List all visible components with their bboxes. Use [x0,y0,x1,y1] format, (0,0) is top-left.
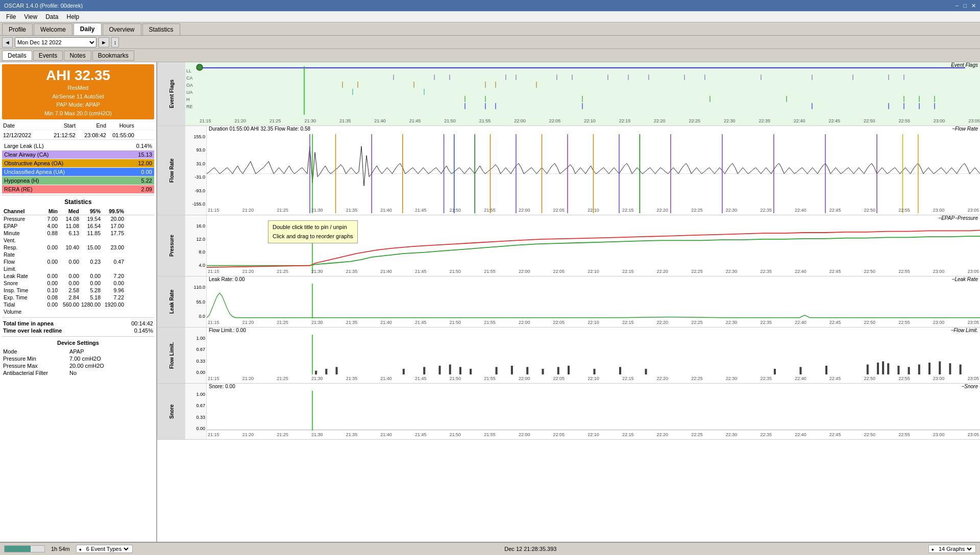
flag-labels: LL CA OA UA H RE [186,67,193,110]
svg-rect-94 [887,363,889,374]
svg-rect-93 [882,361,884,374]
nav-back-button[interactable]: ◄ [2,37,13,47]
flow-rate-ylabel: Flow Rate [157,126,185,215]
event-types-icon: ⬥ [79,546,82,552]
ch-vent: Vent. [2,237,154,244]
hypopnea-value: 5.22 [141,178,152,184]
svg-rect-85 [594,369,596,374]
device-settings: Device Settings ModeAPAP Pressure Min7.0… [2,340,154,376]
menu-view[interactable]: View [20,12,41,21]
menu-file[interactable]: File [2,12,20,21]
ch-volume: Volume [2,308,154,315]
nav-jump-button[interactable]: ↕ [111,37,119,47]
tab-bar: Profile Welcome Daily Overview Statistic… [0,22,980,36]
snore-ylabel: Snore [157,384,185,439]
rera-label: RERA (RE) [4,186,33,192]
leak-rate-title-right: −Leak Rate [952,276,978,282]
progress-bar-fill [5,546,31,552]
tab-overview[interactable]: Overview [103,23,141,35]
start-value: 21:12:52 [39,132,76,138]
progress-bar-container [4,545,45,552]
date-value: 12/12/2022 [3,132,39,138]
svg-rect-92 [877,363,879,374]
ch-minute: Minute0.886.1311.8517.75 [2,230,154,237]
tab-daily[interactable]: Daily [74,23,102,35]
large-leak-row: Large Leak (LL) 0.14% [2,142,154,150]
flow-rate-plot[interactable]: Duration 01:55:00 AHI 32.35 Flow Rate: 0… [207,126,980,215]
pressure-yaxis: 16.012.08.04.0 [185,215,207,276]
svg-rect-78 [470,369,472,374]
date-select[interactable]: Mon Dec 12 2022 [15,37,96,47]
flow-limit-title-right: −Flow Limit. [950,327,978,333]
menu-help[interactable]: Help [63,12,84,21]
ch-rate: Rate [2,251,154,258]
ca-value: 15.13 [138,152,152,158]
pressure-title-right: −EPAP−Pressure [938,215,978,221]
svg-rect-76 [449,365,451,375]
svg-rect-86 [619,367,621,374]
ch-pressure: Pressure7.0014.0819.5420.00 [2,215,154,222]
subtab-bookmarks[interactable]: Bookmarks [92,51,134,61]
pressure-plot[interactable]: −EPAP−Pressure Double click title to pin… [207,215,980,276]
event-types-select-container[interactable]: ⬥ 6 Event Types [76,545,133,553]
subtab-events[interactable]: Events [33,51,63,61]
pin-icon[interactable] [195,63,204,71]
ua-row: Unclassified Apnea (UA) 0.00 [2,168,154,176]
svg-rect-84 [568,366,570,374]
subtab-notes[interactable]: Notes [64,51,91,61]
ca-label: Clear Airway (CA) [4,152,48,158]
hypopnea-row: Hypopnea (H) 5.22 [2,176,154,185]
maximize-button[interactable]: □ [963,3,967,9]
tab-welcome[interactable]: Welcome [34,23,72,35]
ds-pressure-min: Pressure Min7.00 cmH2O [2,355,154,362]
device-name: AirSense 11 AutoSet [4,92,152,101]
ua-value: 0.00 [141,169,152,175]
nav-forward-button[interactable]: ► [99,37,109,47]
snore-title-right: −Snore [961,384,978,389]
svg-rect-70 [315,371,317,374]
window-controls: − □ ✕ [955,3,976,9]
graphs-select-container[interactable]: ⬥ 14 Graphs [928,545,976,553]
oa-label: Obstructive Apnea (OA) [4,160,63,166]
svg-rect-96 [908,367,910,374]
subtab-bar: Details Events Notes Bookmarks [0,49,980,62]
svg-rect-75 [439,366,441,374]
ch-insp: Insp. Time0.102.585.289.96 [2,287,154,294]
graphs-select[interactable]: 14 Graphs [937,545,973,552]
rera-row: RERA (RE) 2.09 [2,185,154,193]
ds-mode: ModeAPAP [2,348,154,355]
svg-rect-98 [928,363,930,374]
ch-flow-limit: Limit. [2,265,154,272]
snore-time-axis: 21:1521:2021:2521:3021:3521:4021:4521:50… [207,431,980,439]
svg-rect-80 [511,366,513,374]
ahi-box: AHI 32.35 ResMed AirSense 11 AutoSet PAP… [2,64,154,119]
menu-data[interactable]: Data [41,12,62,21]
event-types-select[interactable]: 6 Event Types [84,545,130,552]
subtab-details[interactable]: Details [2,51,32,61]
svg-rect-82 [542,369,544,374]
svg-rect-81 [526,367,528,374]
device-settings-title: Device Settings [2,340,154,346]
flow-limit-svg [207,335,980,374]
right-panel[interactable]: Event Flags Event Flags LL CA OA UA H RE [157,62,980,555]
minimize-button[interactable]: − [955,3,959,9]
svg-rect-73 [403,369,405,374]
time-over-leak-item: Time over leak redline 0.145% [2,327,154,334]
hours-header: Hours [106,122,134,129]
snore-title-left: Snore: 0.00 [209,384,235,389]
svg-rect-90 [825,366,827,374]
svg-rect-91 [867,365,869,375]
close-button[interactable]: ✕ [971,3,976,9]
tab-statistics[interactable]: Statistics [142,23,180,35]
leak-rate-plot[interactable]: Leak Rate: 0.00 −Leak Rate 21:1521:2021:… [207,276,980,327]
menubar: File View Data Help [0,11,980,22]
tooltip-line2: Click and drag to reorder graphs [273,232,353,241]
svg-point-0 [197,64,203,70]
flow-limit-plot[interactable]: Flow Limit.: 0.00 −Flow Limit. [207,327,980,383]
tab-profile[interactable]: Profile [2,23,33,35]
leak-rate-time-axis: 21:1521:2021:2521:3021:3521:4021:4521:50… [207,319,980,327]
snore-plot[interactable]: Snore: 0.00 −Snore 21:1521:2021:2521:302… [207,384,980,439]
svg-rect-71 [325,369,327,374]
svg-rect-100 [949,363,951,374]
flow-rate-yaxis: 155.093.031.0-31.0-93.0-155.0 [185,126,207,215]
